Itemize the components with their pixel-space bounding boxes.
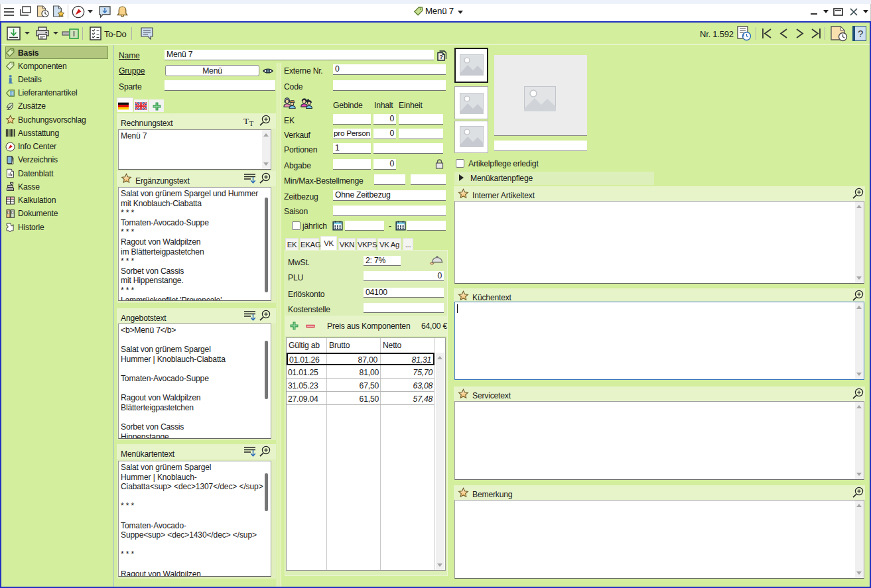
svg-text:?: ?	[440, 54, 443, 60]
svg-text:T: T	[249, 119, 254, 127]
